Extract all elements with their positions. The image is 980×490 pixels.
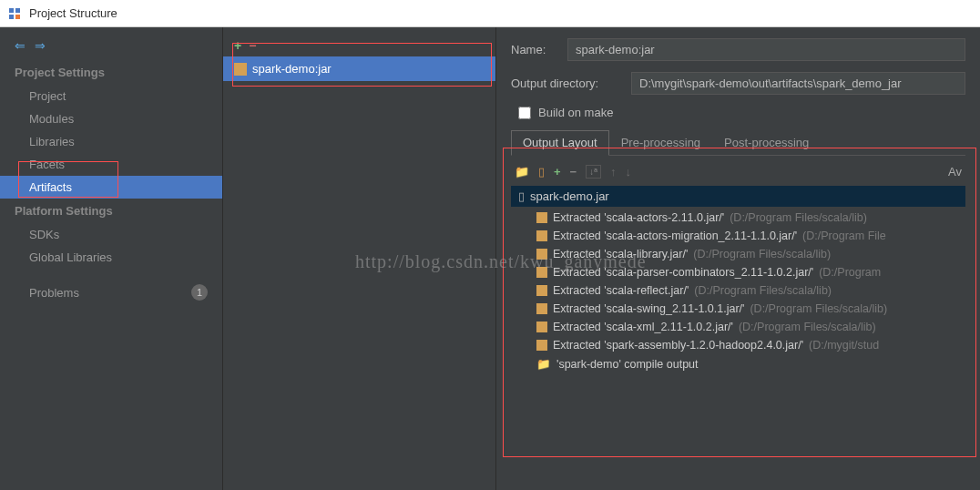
sidebar-item-facets[interactable]: Facets: [0, 153, 222, 176]
tree-item-extracted[interactable]: Extracted 'scala-library.jar/' (D:/Progr…: [511, 245, 965, 263]
problems-badge: 1: [191, 284, 208, 301]
sidebar-item-modules[interactable]: Modules: [0, 107, 222, 130]
artifact-add-remove: + −: [223, 35, 495, 56]
sidebar: ⇐ ⇒ Project Settings Project Modules Lib…: [0, 27, 223, 490]
output-toolbar: 📁 ▯ + − ↓ª ↑ ↓ Av: [511, 159, 965, 184]
window-title: Project Structure: [29, 6, 117, 20]
extracted-icon: [536, 249, 547, 260]
extracted-icon: [536, 230, 547, 241]
move-down-icon[interactable]: ↓: [625, 165, 631, 179]
sidebar-item-sdks[interactable]: SDKs: [0, 223, 222, 246]
sidebar-item-problems[interactable]: Problems 1: [0, 280, 222, 305]
extracted-icon: [536, 267, 547, 278]
app-logo-icon: [7, 6, 22, 21]
tree-item-extracted[interactable]: Extracted 'scala-actors-2.11.0.jar/' (D:…: [511, 209, 965, 227]
section-header-project: Project Settings: [0, 60, 222, 85]
tab-output-layout[interactable]: Output Layout: [511, 130, 609, 156]
extracted-icon: [536, 285, 547, 296]
svg-rect-2: [9, 15, 14, 19]
forward-arrow-icon[interactable]: ⇒: [35, 38, 46, 53]
output-dir-row: Output directory:: [511, 72, 965, 95]
sidebar-item-project[interactable]: Project: [0, 85, 222, 107]
tree-item-extracted[interactable]: Extracted 'scala-swing_2.11-1.0.1.jar/' …: [511, 300, 965, 318]
build-on-make-checkbox[interactable]: [518, 107, 531, 119]
move-up-icon[interactable]: ↑: [610, 165, 617, 179]
artifact-list-panel: + − spark-demo:jar: [223, 27, 496, 490]
section-header-platform: Platform Settings: [0, 199, 222, 223]
remove-artifact-icon[interactable]: −: [249, 38, 256, 53]
name-label: Name:: [511, 43, 556, 56]
extracted-icon: [536, 322, 547, 332]
build-on-make-row: Build on make: [511, 106, 965, 119]
extracted-icon: [536, 212, 547, 223]
extracted-icon: [536, 303, 547, 314]
jar-icon: ▯: [518, 189, 525, 203]
output-dir-input[interactable]: [631, 72, 965, 95]
sidebar-item-artifacts[interactable]: Artifacts: [0, 176, 222, 199]
output-dir-label: Output directory:: [511, 77, 620, 90]
output-tree: ▯ spark-demo.jar Extracted 'scala-actors…: [511, 184, 965, 375]
tree-item-extracted[interactable]: Extracted 'scala-parser-combinators_2.11…: [511, 263, 965, 281]
tree-item-compile-output[interactable]: 📁'spark-demo' compile output: [511, 354, 965, 373]
build-on-make-label: Build on make: [538, 106, 613, 119]
tree-item-extracted[interactable]: Extracted 'scala-xml_2.11-1.0.2.jar/' (D…: [511, 318, 965, 336]
svg-rect-1: [15, 8, 20, 13]
artifact-item-spark-demo[interactable]: spark-demo:jar: [223, 56, 495, 81]
titlebar: Project Structure: [0, 0, 980, 27]
add-artifact-icon[interactable]: +: [234, 38, 241, 53]
name-row: Name:: [511, 38, 965, 61]
tree-item-extracted[interactable]: Extracted 'scala-actors-migration_2.11-1…: [511, 227, 965, 245]
back-arrow-icon[interactable]: ⇐: [15, 38, 26, 53]
tree-root-jar[interactable]: ▯ spark-demo.jar: [511, 186, 965, 207]
extracted-icon: [536, 340, 547, 351]
tree-item-extracted[interactable]: Extracted 'spark-assembly-1.2.0-hadoop2.…: [511, 336, 965, 354]
sidebar-item-libraries[interactable]: Libraries: [0, 130, 222, 153]
folder-icon: 📁: [536, 357, 551, 371]
tab-post-processing[interactable]: Post-processing: [712, 130, 821, 155]
svg-rect-3: [15, 15, 20, 19]
name-input[interactable]: [567, 38, 965, 61]
tab-pre-processing[interactable]: Pre-processing: [609, 130, 712, 155]
new-archive-icon[interactable]: ▯: [538, 165, 545, 179]
new-folder-icon[interactable]: 📁: [515, 165, 529, 179]
add-icon[interactable]: +: [554, 165, 561, 179]
main-container: ⇐ ⇒ Project Settings Project Modules Lib…: [0, 27, 980, 490]
tabs: Output Layout Pre-processing Post-proces…: [511, 130, 965, 156]
tree-item-extracted[interactable]: Extracted 'scala-reflect.jar/' (D:/Progr…: [511, 281, 965, 300]
sidebar-item-global-libraries[interactable]: Global Libraries: [0, 246, 222, 269]
nav-arrows: ⇐ ⇒: [0, 35, 222, 60]
svg-rect-0: [9, 8, 14, 13]
package-icon: [234, 63, 247, 76]
remove-icon[interactable]: −: [570, 165, 577, 179]
sort-icon[interactable]: ↓ª: [586, 165, 601, 179]
available-label: Av: [948, 165, 962, 179]
artifact-details-panel: Name: Output directory: Build on make Ou…: [496, 27, 980, 490]
